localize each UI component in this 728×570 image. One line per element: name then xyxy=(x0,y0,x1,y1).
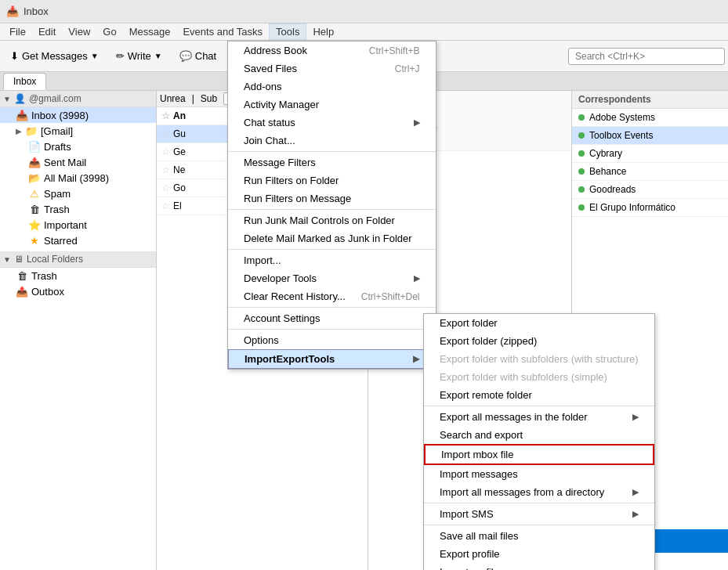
menu-activity-manager[interactable]: Activity Manager xyxy=(228,96,436,114)
folder-sent[interactable]: 📤 Sent Mail xyxy=(0,154,156,170)
get-messages-label: Get Messages xyxy=(22,50,88,62)
menu-developer-tools[interactable]: Developer Tools ▶ xyxy=(228,269,436,287)
chat-button[interactable]: 💬 Chat xyxy=(172,46,223,66)
contact-item[interactable]: El Grupo Informático xyxy=(572,199,728,217)
menu-chat-status[interactable]: Chat status ▶ xyxy=(228,114,436,132)
menu-saved-files[interactable]: Saved Files Ctrl+J xyxy=(228,60,436,78)
important-label: Important xyxy=(44,219,87,231)
star-icon[interactable]: ☆ xyxy=(161,200,170,211)
menu-view[interactable]: View xyxy=(62,24,96,39)
write-arrow: ▼ xyxy=(154,52,162,60)
submenu-export-folder-zipped[interactable]: Export folder (zipped) xyxy=(424,332,654,350)
menu-account-settings[interactable]: Account Settings xyxy=(228,309,436,327)
search-input[interactable] xyxy=(568,48,725,65)
online-indicator xyxy=(578,168,585,175)
menu-edit[interactable]: Edit xyxy=(32,24,62,39)
trash-gmail-icon: 🗑 xyxy=(28,203,41,215)
import-dir-submenu-arrow: ▶ xyxy=(632,487,639,497)
menu-import-export-tools[interactable]: ImportExportTools ▶ xyxy=(228,349,436,369)
write-button[interactable]: ✏ Write ▼ xyxy=(109,46,169,66)
menu-events[interactable]: Events and Tasks xyxy=(176,24,269,39)
submenu-import-messages[interactable]: Import messages xyxy=(424,465,654,483)
spam-icon: ⚠ xyxy=(28,187,41,200)
folder-trash-local[interactable]: 🗑 Trash xyxy=(0,268,156,283)
menu-address-book[interactable]: Address Book Ctrl+Shift+B xyxy=(228,41,436,60)
submenu-import-mbox[interactable]: Import mbox file xyxy=(424,444,654,465)
contact-item[interactable]: Adobe Systems xyxy=(572,109,728,127)
star-icon[interactable]: ☆ xyxy=(161,128,170,139)
unread-label: Unrea xyxy=(160,93,186,104)
folder-inbox[interactable]: 📥 Inbox (3998) xyxy=(0,107,156,123)
folder-pane: ▼ 👤 @gmail.com 📥 Inbox (3998) ▶ 📁 [Gmail… xyxy=(0,91,157,570)
folder-gmail[interactable]: ▶ 📁 [Gmail] xyxy=(0,123,156,139)
submenu-search-export[interactable]: Search and export xyxy=(424,426,654,444)
submenu-save-all-mail[interactable]: Save all mail files xyxy=(424,527,654,545)
contact-item[interactable]: Goodreads xyxy=(572,181,728,199)
write-icon: ✏ xyxy=(116,50,125,62)
starred-icon: ★ xyxy=(28,234,41,247)
submenu-import-profile[interactable]: Import profile xyxy=(424,563,654,570)
folder-spam[interactable]: ⚠ Spam xyxy=(0,186,156,201)
folder-all-mail[interactable]: 📂 All Mail (3998) xyxy=(0,170,156,186)
outbox-label: Outbox xyxy=(31,286,64,298)
account-expand-arrow: ▼ xyxy=(3,95,11,103)
tab-inbox[interactable]: Inbox xyxy=(3,73,46,90)
menu-tools[interactable]: Tools xyxy=(269,23,306,40)
contacts-header: Correspondents xyxy=(572,91,728,109)
contact-name: Goodreads xyxy=(589,184,722,195)
account-label: @gmail.com xyxy=(29,93,81,104)
menu-delete-junk[interactable]: Delete Mail Marked as Junk in Folder xyxy=(228,229,436,247)
star-icon[interactable]: ☆ xyxy=(161,146,170,157)
starred-label: Starred xyxy=(44,235,78,247)
write-label: Write xyxy=(128,50,151,62)
submenu-export-profile[interactable]: Export profile xyxy=(424,545,654,563)
sent-icon: 📤 xyxy=(28,156,41,168)
menu-go[interactable]: Go xyxy=(96,24,122,39)
blue-button[interactable] xyxy=(650,529,728,553)
menu-clear-history[interactable]: Clear Recent History... Ctrl+Shift+Del xyxy=(228,287,436,305)
account-header[interactable]: ▼ 👤 @gmail.com xyxy=(0,91,156,107)
folder-trash-gmail[interactable]: 🗑 Trash xyxy=(0,201,156,217)
contact-item[interactable]: Behance xyxy=(572,163,728,181)
star-icon[interactable]: ☆ xyxy=(161,182,170,193)
menu-import[interactable]: Import... xyxy=(228,251,436,269)
folder-outbox[interactable]: 📤 Outbox xyxy=(0,283,156,299)
submenu-export-remote[interactable]: Export remote folder xyxy=(424,386,654,404)
submenu-import-from-directory[interactable]: Import all messages from a directory ▶ xyxy=(424,483,654,501)
menu-message-filters[interactable]: Message Filters xyxy=(228,153,436,171)
title-bar: 📥 Inbox xyxy=(0,0,728,23)
folder-starred[interactable]: ★ Starred xyxy=(0,233,156,248)
menu-join-chat[interactable]: Join Chat... xyxy=(228,132,436,150)
menu-addons[interactable]: Add-ons xyxy=(228,78,436,96)
contact-name: Toolbox Events xyxy=(589,130,722,141)
submenu-export-with-structure: Export folder with subfolders (with stru… xyxy=(424,350,654,368)
separator xyxy=(228,209,436,210)
drafts-label: Drafts xyxy=(44,141,71,153)
get-messages-button[interactable]: ⬇ Get Messages ▼ xyxy=(3,46,106,66)
star-icon[interactable]: ☆ xyxy=(161,164,170,175)
menu-options[interactable]: Options xyxy=(228,331,436,349)
local-folders-header[interactable]: ▼ 🖥 Local Folders xyxy=(0,251,156,268)
menu-help[interactable]: Help xyxy=(306,24,340,39)
folder-drafts[interactable]: 📄 Drafts xyxy=(0,139,156,154)
separator xyxy=(424,406,654,406)
folder-important[interactable]: ⭐ Important xyxy=(0,217,156,233)
submenu-import-sms[interactable]: Import SMS ▶ xyxy=(424,505,654,523)
chat-label: Chat xyxy=(195,50,216,62)
menu-run-filters-message[interactable]: Run Filters on Message xyxy=(228,189,436,207)
contact-item[interactable]: Cybrary xyxy=(572,145,728,163)
menu-message[interactable]: Message xyxy=(123,24,177,39)
menu-file[interactable]: File xyxy=(3,24,32,39)
submenu-export-simple: Export folder with subfolders (simple) xyxy=(424,368,654,386)
menu-run-junk[interactable]: Run Junk Mail Controls on Folder xyxy=(228,211,436,229)
contact-item[interactable]: Toolbox Events xyxy=(572,127,728,145)
submenu-export-folder[interactable]: Export folder xyxy=(424,314,654,332)
all-mail-icon: 📂 xyxy=(28,171,41,184)
submenu-export-all-messages[interactable]: Export all messages in the folder ▶ xyxy=(424,408,654,426)
get-messages-icon: ⬇ xyxy=(10,50,19,62)
star-icon[interactable]: ☆ xyxy=(161,110,170,121)
outbox-icon: 📤 xyxy=(16,285,28,298)
menu-run-filters-folder[interactable]: Run Filters on Folder xyxy=(228,171,436,189)
tools-dropdown: Address Book Ctrl+Shift+B Saved Files Ct… xyxy=(227,41,436,370)
sent-label: Sent Mail xyxy=(44,157,86,168)
